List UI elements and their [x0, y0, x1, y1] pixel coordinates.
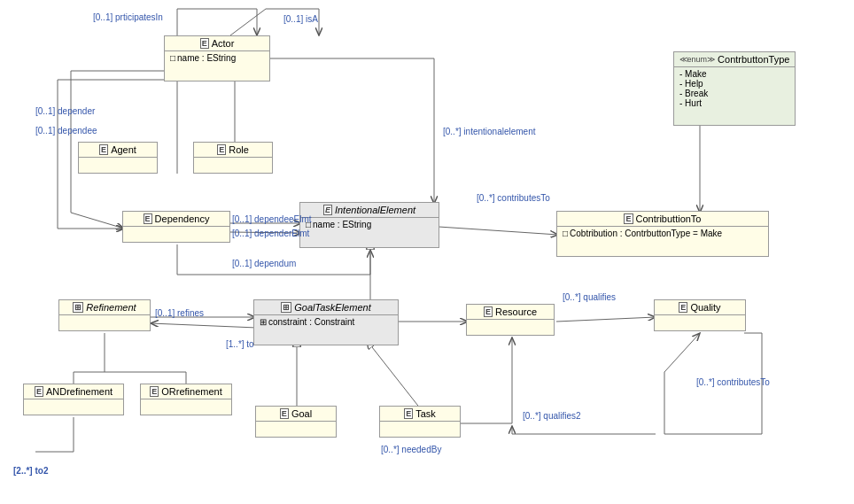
- quality-icon: E: [679, 302, 687, 313]
- goal-task-element-box: ⊞ GoalTaskElement ⊞ constraint : Constra…: [253, 299, 399, 345]
- label-depender: [0..1] depender: [35, 106, 95, 116]
- task-label: Task: [415, 408, 436, 419]
- or-refinement-header: E ORrefinement: [141, 384, 231, 399]
- actor-box: E Actor □ name : EString: [164, 35, 270, 81]
- label-to2: [2..*] to2: [13, 466, 48, 476]
- ie-icon: E: [323, 205, 332, 215]
- label-isa: [0..1] isA: [283, 14, 318, 24]
- gte-body: ⊞ constraint : Constraint: [254, 315, 398, 329]
- contribution-type-label: ContrbuttonType: [718, 54, 789, 65]
- and-refinement-header: E ANDrefinement: [24, 384, 123, 399]
- actor-body: □ name : EString: [165, 51, 269, 65]
- ct-make: - Make: [679, 69, 789, 79]
- contribution-type-box: ≪enum≫ ContrbuttonType - Make - Help - B…: [673, 51, 796, 126]
- or-refinement-box: E ORrefinement: [140, 384, 232, 415]
- resource-box: E Resource: [466, 304, 555, 336]
- ct-hurt: - Hurt: [679, 98, 789, 108]
- agent-icon: E: [99, 144, 108, 155]
- role-icon: E: [217, 144, 226, 155]
- contribution-type-header: ≪enum≫ ContrbuttonType: [674, 52, 795, 67]
- ct-icon: E: [624, 213, 633, 224]
- refinement-label: Refinement: [86, 302, 136, 313]
- refinement-header: ⊞ Refinement: [59, 300, 150, 315]
- or-refinement-label: ORrefinement: [161, 386, 221, 397]
- label-refines: [0..1] refines: [155, 308, 204, 318]
- uml-diagram: ≪enum≫ ContrbuttonType - Make - Help - B…: [0, 0, 854, 504]
- quality-box: E Quality: [654, 299, 746, 331]
- gte-header: ⊞ GoalTaskElement: [254, 300, 398, 315]
- actor-icon: E: [200, 38, 209, 49]
- contribution-to-box: E ContributtionTo □ Cobtribution : Contr…: [556, 211, 769, 257]
- label-contributes-to: [0..*] contributesTo: [477, 193, 550, 203]
- label-dependee-elmt: [0..1] dependeeElmt: [232, 214, 312, 224]
- agent-box: E Agent: [78, 142, 158, 174]
- goal-box: E Goal: [255, 406, 337, 438]
- task-box: E Task: [379, 406, 461, 438]
- ct-attr-text: Cobtribution : ContrbuttonType = Make: [570, 229, 722, 238]
- label-participates-in: [0..1] prticipatesIn: [93, 12, 163, 22]
- goal-label: Goal: [291, 408, 312, 419]
- intentional-element-header: E IntentionalElement: [300, 203, 439, 218]
- goal-icon: E: [280, 408, 289, 419]
- label-to: [1..*] to: [226, 339, 254, 349]
- enum-icon: ≪enum≫: [679, 55, 716, 64]
- ct-label: ContributtionTo: [636, 213, 702, 224]
- actor-attr-text: name : EString: [177, 53, 236, 63]
- refinement-box: ⊞ Refinement: [58, 299, 151, 331]
- ie-attr-text: name : EString: [313, 220, 371, 229]
- resource-header: E Resource: [467, 305, 554, 320]
- intentional-element-box: E IntentionalElement □ name : EString: [299, 202, 439, 248]
- gte-attr: ⊞ constraint : Constraint: [260, 317, 392, 327]
- contribution-to-header: E ContributtionTo: [557, 212, 768, 227]
- ie-body: □ name : EString: [300, 218, 439, 231]
- dependency-box: E Dependency: [122, 211, 230, 243]
- gte-label: GoalTaskElement: [294, 302, 370, 313]
- and-ref-icon: E: [35, 386, 43, 397]
- or-ref-icon: E: [150, 386, 159, 397]
- ie-label: IntentionalElement: [335, 205, 415, 215]
- actor-attr: □ name : EString: [170, 53, 264, 63]
- label-dependum: [0..1] dependum: [232, 259, 296, 268]
- dependency-label: Dependency: [155, 213, 210, 224]
- gte-attr-text: constraint : Constraint: [268, 317, 354, 327]
- label-contributes-to2: [0..*] contributesTo: [696, 377, 770, 387]
- role-box: E Role: [193, 142, 273, 174]
- and-refinement-label: ANDrefinement: [46, 386, 113, 397]
- and-refinement-box: E ANDrefinement: [23, 384, 124, 415]
- role-label: Role: [229, 144, 249, 155]
- agent-label: Agent: [111, 144, 136, 155]
- dependency-icon: E: [144, 213, 152, 224]
- task-header: E Task: [380, 407, 460, 422]
- ie-attr: □ name : EString: [306, 220, 433, 229]
- quality-label: Quality: [690, 302, 720, 313]
- quality-header: E Quality: [655, 300, 745, 315]
- label-depender-elmt: [0..1] dependerElmt: [232, 229, 309, 238]
- label-qualifies2: [0..*] qualifies2: [523, 411, 581, 421]
- refinement-icon: ⊞: [73, 302, 83, 313]
- ct-help: - Help: [679, 79, 789, 89]
- role-header: E Role: [194, 143, 272, 158]
- resource-label: Resource: [495, 306, 537, 317]
- gte-icon: ⊞: [281, 302, 291, 313]
- ct-body: □ Cobtribution : ContrbuttonType = Make: [557, 227, 768, 240]
- label-dependee: [0..1] dependee: [35, 126, 97, 136]
- task-icon: E: [404, 408, 413, 419]
- label-intentional-element: [0..*] intentionalelement: [443, 127, 536, 136]
- agent-header: E Agent: [79, 143, 157, 158]
- dependency-header: E Dependency: [123, 212, 229, 227]
- contribution-type-body: - Make - Help - Break - Hurt: [674, 67, 795, 110]
- resource-icon: E: [484, 306, 493, 317]
- ct-attr: □ Cobtribution : ContrbuttonType = Make: [563, 229, 763, 238]
- ct-break: - Break: [679, 89, 789, 98]
- goal-header: E Goal: [256, 407, 336, 422]
- label-needed-by: [0..*] neededBy: [381, 445, 441, 454]
- actor-header: E Actor: [165, 36, 269, 51]
- label-qualifies: [0..*] qualifies: [563, 292, 616, 302]
- actor-label: Actor: [212, 38, 235, 49]
